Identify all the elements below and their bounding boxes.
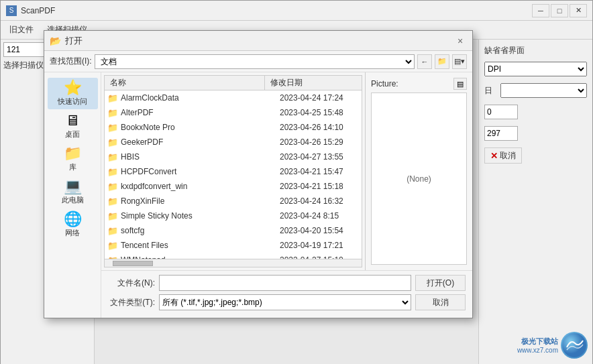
table-row[interactable]: 📁WMNotepad2023-04-27 15:10 — [105, 253, 362, 259]
folder-icon: 📁 — [107, 211, 118, 221]
table-row[interactable]: 📁GeekerPDF2023-04-26 15:29 — [105, 135, 362, 149]
dpi-select[interactable]: DPI — [484, 62, 587, 76]
dialog-bottom: 文件名(N): 打开(O) 文件类型(T): 所有 (*.tif,*.jpg;*… — [101, 270, 472, 318]
value2-input[interactable]: 297 — [484, 126, 518, 141]
watermark-url: www.xz7.com — [517, 347, 558, 354]
table-row[interactable]: 📁softcfg2023-04-20 15:54 — [105, 223, 362, 238]
filename-input[interactable] — [159, 275, 411, 291]
view-options-button[interactable]: ▤▾ — [452, 54, 467, 69]
app-title-left: S ScanPDF — [6, 5, 55, 16]
file-name: HCPDFConvert — [121, 167, 176, 176]
sidebar-item-network[interactable]: 🌐 网络 — [48, 209, 98, 241]
horizontal-scrollbar[interactable] — [105, 259, 362, 267]
file-name-cell: 📁BookxNote Pro — [105, 123, 274, 133]
app-titlebar: S ScanPDF ─ □ ✕ — [1, 1, 592, 21]
table-row[interactable]: 📁HBIS2023-04-27 13:55 — [105, 149, 362, 164]
table-row[interactable]: 📁BookxNote Pro2023-04-26 14:10 — [105, 120, 362, 135]
file-date-cell: 2023-04-20 15:54 — [274, 226, 362, 235]
sidebar-item-desktop[interactable]: 🖥 桌面 — [48, 111, 98, 142]
table-row[interactable]: 📁Tencent Files2023-04-19 17:21 — [105, 238, 362, 253]
open-button[interactable]: 打开(O) — [415, 275, 466, 291]
file-name: RongXinFile — [121, 196, 164, 206]
preview-panel: Picture: ▤ (None) — [365, 72, 472, 270]
file-name-cell: 📁kxdpdfconvert_win — [105, 182, 274, 192]
dialog-cancel-button[interactable]: 取消 — [415, 294, 466, 310]
app-title: ScanPDF — [21, 6, 55, 15]
dialog-titlebar: 📂 打开 × — [44, 31, 472, 51]
dpi-row: DPI — [484, 62, 587, 76]
field1-label: 日 — [484, 85, 498, 97]
file-name: Tencent Files — [121, 241, 168, 250]
file-name-cell: 📁GeekerPDF — [105, 137, 274, 147]
file-date-cell: 2023-04-19 17:21 — [274, 241, 362, 250]
folder-icon: 📁 — [107, 182, 118, 192]
file-name-cell: 📁Simple Sticky Notes — [105, 211, 274, 221]
cancel-button[interactable]: ✕ 取消 — [484, 147, 522, 164]
file-name: softcfg — [121, 226, 144, 235]
minimize-button[interactable]: ─ — [532, 4, 549, 17]
cancel-icon: ✕ — [490, 151, 498, 161]
sidebar-item-quick-access[interactable]: ⭐ 快速访问 — [48, 78, 98, 109]
field1-select[interactable] — [500, 83, 587, 98]
field3-row: 297 — [484, 126, 587, 141]
right-panel: 缺省省界面 DPI 日 0 297 ✕ 取消 — [478, 40, 592, 364]
preview-options-button[interactable]: ▤ — [453, 78, 467, 90]
close-button[interactable]: ✕ — [570, 4, 587, 17]
file-name: AlarmClockData — [121, 93, 179, 103]
dialog-sidebar: ⭐ 快速访问 🖥 桌面 📁 库 💻 此电脑 🌐 网络 — [44, 72, 101, 318]
table-row[interactable]: 📁kxdpdfconvert_win2023-04-21 15:18 — [105, 179, 362, 194]
network-icon: 🌐 — [64, 212, 82, 227]
file-list-scroll[interactable]: 📁AlarmClockData2023-04-24 17:24📁AlterPDF… — [105, 90, 362, 259]
table-row[interactable]: 📁AlarmClockData2023-04-24 17:24 — [105, 90, 362, 105]
folder-icon: 📁 — [107, 226, 118, 236]
file-date-cell: 2023-04-27 13:55 — [274, 152, 362, 162]
file-name: AlterPDF — [121, 108, 154, 117]
file-name-cell: 📁RongXinFile — [105, 196, 274, 206]
dialog-title-icon: 📂 — [50, 36, 61, 46]
folder-icon: 📁 — [107, 123, 118, 133]
watermark-logo — [561, 332, 588, 359]
sidebar-item-library[interactable]: 📁 库 — [48, 143, 98, 175]
folder-icon: 📁 — [107, 196, 118, 206]
preview-label-text: Picture: — [371, 79, 398, 88]
app-icon: S — [6, 5, 17, 16]
location-select[interactable]: 文档 — [95, 54, 415, 69]
folder-icon: 📁 — [107, 167, 118, 177]
file-date-cell: 2023-04-24 16:32 — [274, 196, 362, 206]
watermark-site: 极光下载站 — [517, 337, 558, 347]
old-files-button[interactable]: 旧文件 — [3, 23, 40, 38]
scrollbar-thumb[interactable] — [113, 261, 153, 266]
table-row[interactable]: 📁AlterPDF2023-04-25 15:48 — [105, 105, 362, 120]
filename-label: 文件名(N): — [108, 278, 155, 289]
sidebar-label-quick-access: 快速访问 — [58, 97, 87, 107]
file-name-cell: 📁softcfg — [105, 226, 274, 236]
file-name-cell: 📁AlterPDF — [105, 108, 274, 118]
value1-input[interactable]: 0 — [484, 105, 518, 119]
sidebar-item-this-pc[interactable]: 💻 此电脑 — [48, 176, 98, 208]
folder-icon: 📁 — [107, 108, 118, 118]
table-row[interactable]: 📁HCPDFConvert2023-04-21 15:47 — [105, 164, 362, 179]
file-date-cell: 2023-04-24 17:24 — [274, 93, 362, 103]
location-label: 查找范围(I): — [50, 56, 92, 67]
file-list-header: 名称 修改日期 — [105, 76, 362, 90]
table-row[interactable]: 📁Simple Sticky Notes2023-04-24 8:15 — [105, 208, 362, 223]
col-date-header[interactable]: 修改日期 — [265, 76, 352, 90]
watermark: 极光下载站 www.xz7.com — [517, 332, 588, 359]
file-name-cell: 📁HBIS — [105, 152, 274, 162]
col-name-header[interactable]: 名称 — [105, 76, 265, 90]
file-name: GeekerPDF — [121, 137, 163, 147]
dialog-toolbar: 查找范围(I): 文档 ← 📁 ▤▾ — [44, 51, 472, 72]
folder-icon: 📁 — [107, 241, 118, 251]
back-nav-button[interactable]: ← — [417, 54, 432, 69]
file-date-cell: 2023-04-21 15:18 — [274, 182, 362, 191]
new-folder-button[interactable]: 📁 — [435, 54, 449, 69]
maximize-button[interactable]: □ — [551, 4, 568, 17]
filetype-select[interactable]: 所有 (*.tif,*.jpg;*.jpeg;*.bmp) — [159, 294, 411, 310]
dialog-close-button[interactable]: × — [453, 34, 467, 48]
sidebar-label-this-pc: 此电脑 — [62, 195, 84, 205]
preview-label: Picture: ▤ — [371, 78, 467, 90]
table-row[interactable]: 📁RongXinFile2023-04-24 16:32 — [105, 194, 362, 208]
dialog-title: 打开 — [65, 35, 83, 47]
sidebar-label-network: 网络 — [65, 228, 80, 238]
quick-access-icon: ⭐ — [64, 80, 82, 95]
